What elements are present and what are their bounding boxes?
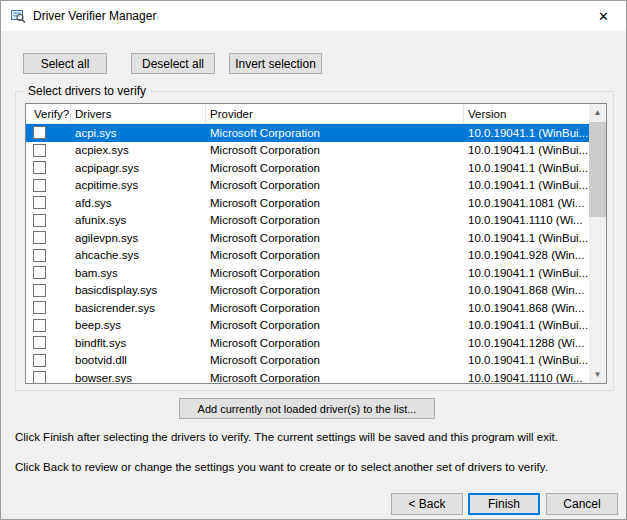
provider-name: Microsoft Corporation xyxy=(206,267,464,279)
driver-name: ahcache.sys xyxy=(71,249,206,261)
driver-name: bowser.sys xyxy=(71,372,206,383)
column-header-verify[interactable]: Verify? xyxy=(26,104,71,123)
verify-cell xyxy=(26,284,71,297)
verify-checkbox[interactable] xyxy=(33,319,46,332)
provider-name: Microsoft Corporation xyxy=(206,144,464,156)
verify-checkbox[interactable] xyxy=(33,161,46,174)
scrollbar-thumb[interactable] xyxy=(589,122,606,217)
scroll-up-icon[interactable]: ▲ xyxy=(589,104,606,121)
select-all-button[interactable]: Select all xyxy=(23,53,107,74)
verify-cell xyxy=(26,371,71,383)
add-not-loaded-drivers-button[interactable]: Add currently not loaded driver(s) to th… xyxy=(179,398,435,419)
verify-cell xyxy=(26,126,71,139)
verify-cell xyxy=(26,144,71,157)
table-row[interactable]: afd.sysMicrosoft Corporation10.0.19041.1… xyxy=(26,194,589,212)
column-header-provider[interactable]: Provider xyxy=(206,104,464,123)
driver-verifier-manager-window: Driver Verifier Manager ✕ Select all Des… xyxy=(0,0,627,520)
provider-name: Microsoft Corporation xyxy=(206,249,464,261)
driver-name: beep.sys xyxy=(71,319,206,331)
version-value: 10.0.19041.1 (WinBui... xyxy=(464,127,589,139)
verify-checkbox[interactable] xyxy=(33,301,46,314)
driver-name: agilevpn.sys xyxy=(71,232,206,244)
table-row[interactable]: basicdisplay.sysMicrosoft Corporation10.… xyxy=(26,282,589,300)
table-row[interactable]: bam.sysMicrosoft Corporation10.0.19041.1… xyxy=(26,264,589,282)
version-value: 10.0.19041.868 (Win... xyxy=(464,284,589,296)
invert-selection-button[interactable]: Invert selection xyxy=(229,53,322,74)
cancel-button[interactable]: Cancel xyxy=(546,493,618,515)
provider-name: Microsoft Corporation xyxy=(206,232,464,244)
verify-checkbox[interactable] xyxy=(33,266,46,279)
driver-list: Verify? Drivers Provider Version acpi.sy… xyxy=(25,103,607,384)
version-value: 10.0.19041.1 (WinBui... xyxy=(464,354,589,366)
verifier-app-icon xyxy=(10,8,26,24)
version-value: 10.0.19041.1 (WinBui... xyxy=(464,232,589,244)
verify-checkbox[interactable] xyxy=(33,371,46,383)
vertical-scrollbar[interactable]: ▲ ▼ xyxy=(589,104,606,383)
table-header: Verify? Drivers Provider Version xyxy=(26,104,589,124)
version-value: 10.0.19041.1081 (Wi... xyxy=(464,197,589,209)
driver-name: basicdisplay.sys xyxy=(71,284,206,296)
provider-name: Microsoft Corporation xyxy=(206,372,464,383)
verify-checkbox[interactable] xyxy=(33,336,46,349)
driver-name: bam.sys xyxy=(71,267,206,279)
close-icon[interactable]: ✕ xyxy=(581,1,626,31)
provider-name: Microsoft Corporation xyxy=(206,179,464,191)
driver-name: acpi.sys xyxy=(71,127,206,139)
verify-cell xyxy=(26,214,71,227)
verify-cell xyxy=(26,354,71,367)
version-value: 10.0.19041.1110 (Wi... xyxy=(464,214,589,226)
table-row[interactable]: agilevpn.sysMicrosoft Corporation10.0.19… xyxy=(26,229,589,247)
version-value: 10.0.19041.868 (Win... xyxy=(464,302,589,314)
table-row[interactable]: ahcache.sysMicrosoft Corporation10.0.190… xyxy=(26,247,589,265)
table-row[interactable]: acpitime.sysMicrosoft Corporation10.0.19… xyxy=(26,177,589,195)
verify-checkbox[interactable] xyxy=(33,249,46,262)
column-header-version[interactable]: Version xyxy=(464,104,589,123)
table-row[interactable]: acpipagr.sysMicrosoft Corporation10.0.19… xyxy=(26,159,589,177)
version-value: 10.0.19041.1110 (Wi... xyxy=(464,372,589,383)
verify-cell xyxy=(26,179,71,192)
driver-name: acpiex.sys xyxy=(71,144,206,156)
titlebar: Driver Verifier Manager ✕ xyxy=(1,1,626,31)
finish-button[interactable]: Finish xyxy=(468,493,540,515)
version-value: 10.0.19041.1 (WinBui... xyxy=(464,179,589,191)
driver-name: acpipagr.sys xyxy=(71,162,206,174)
table-row[interactable]: bootvid.dllMicrosoft Corporation10.0.190… xyxy=(26,352,589,370)
version-value: 10.0.19041.1 (WinBui... xyxy=(464,319,589,331)
table-row[interactable]: beep.sysMicrosoft Corporation10.0.19041.… xyxy=(26,317,589,335)
verify-cell xyxy=(26,336,71,349)
table-row[interactable]: bindflt.sysMicrosoft Corporation10.0.190… xyxy=(26,334,589,352)
scroll-down-icon[interactable]: ▼ xyxy=(589,366,606,383)
verify-checkbox[interactable] xyxy=(33,196,46,209)
verify-checkbox[interactable] xyxy=(33,144,46,157)
deselect-all-button[interactable]: Deselect all xyxy=(131,53,215,74)
verify-cell xyxy=(26,249,71,262)
verify-cell xyxy=(26,231,71,244)
version-value: 10.0.19041.1288 (Wi... xyxy=(464,337,589,349)
window-title: Driver Verifier Manager xyxy=(33,9,156,23)
table-row[interactable]: bowser.sysMicrosoft Corporation10.0.1904… xyxy=(26,369,589,383)
provider-name: Microsoft Corporation xyxy=(206,284,464,296)
provider-name: Microsoft Corporation xyxy=(206,319,464,331)
verify-checkbox[interactable] xyxy=(33,179,46,192)
verify-cell xyxy=(26,196,71,209)
verify-checkbox[interactable] xyxy=(33,231,46,244)
table-row[interactable]: acpi.sysMicrosoft Corporation10.0.19041.… xyxy=(26,124,589,142)
table-row[interactable]: acpiex.sysMicrosoft Corporation10.0.1904… xyxy=(26,142,589,160)
back-button[interactable]: < Back xyxy=(391,493,463,515)
table-row[interactable]: afunix.sysMicrosoft Corporation10.0.1904… xyxy=(26,212,589,230)
table-body: acpi.sysMicrosoft Corporation10.0.19041.… xyxy=(26,124,589,383)
driver-name: afd.sys xyxy=(71,197,206,209)
verify-checkbox[interactable] xyxy=(33,284,46,297)
verify-cell xyxy=(26,161,71,174)
verify-checkbox[interactable] xyxy=(33,126,46,139)
driver-name: basicrender.sys xyxy=(71,302,206,314)
driver-name: afunix.sys xyxy=(71,214,206,226)
table-row[interactable]: basicrender.sysMicrosoft Corporation10.0… xyxy=(26,299,589,317)
driver-name: bindflt.sys xyxy=(71,337,206,349)
column-header-drivers[interactable]: Drivers xyxy=(71,104,206,123)
verify-checkbox[interactable] xyxy=(33,354,46,367)
verify-cell xyxy=(26,319,71,332)
version-value: 10.0.19041.1 (WinBui... xyxy=(464,162,589,174)
verify-cell xyxy=(26,266,71,279)
verify-checkbox[interactable] xyxy=(33,214,46,227)
